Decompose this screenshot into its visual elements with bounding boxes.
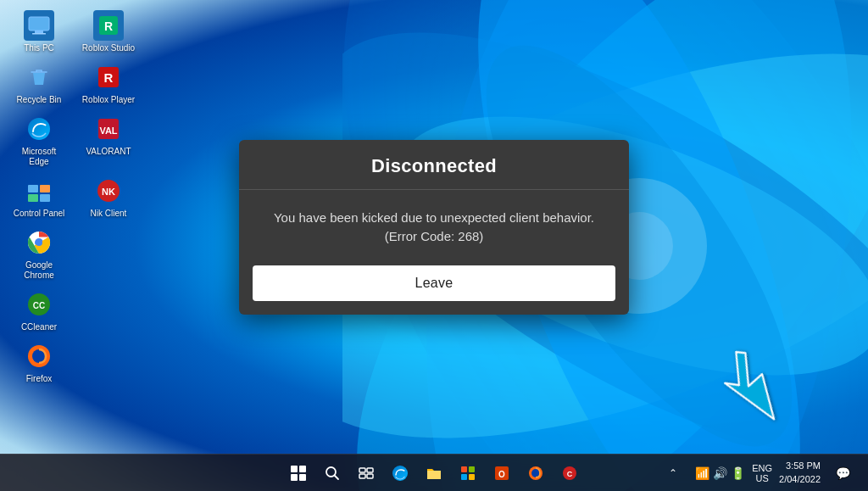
taskbar-clock[interactable]: 3:58 PM 2/04/2022	[779, 460, 821, 486]
taskbar-ccleaner-icon[interactable]: C	[554, 458, 585, 488]
volume-icon[interactable]: 🔊	[713, 466, 727, 480]
svg-rect-37	[299, 474, 306, 481]
taskbar-edge-icon[interactable]	[385, 458, 415, 488]
taskbar-store-icon[interactable]	[453, 458, 483, 488]
svg-rect-45	[461, 466, 467, 472]
taskbar-date-display: 2/04/2022	[779, 473, 821, 486]
taskbar-tray-chevron[interactable]: ⌃	[658, 458, 688, 488]
taskbar-center-icons: O C	[283, 458, 585, 488]
taskbar-search-button[interactable]	[317, 458, 348, 488]
taskbar: O C ⌃ 📶 🔊 🔋 ENG US 3:58 PM 2/04/2022 💬	[0, 454, 868, 491]
taskbar-taskview-button[interactable]	[351, 458, 381, 488]
dialog-footer: Leave	[239, 265, 629, 315]
dialog-header: Disconnected	[239, 140, 629, 190]
svg-rect-35	[299, 466, 306, 472]
network-icon[interactable]: 📶	[695, 466, 709, 480]
svg-rect-40	[359, 468, 365, 472]
taskbar-firefox-icon[interactable]	[520, 458, 551, 488]
taskbar-notification-icon[interactable]: 💬	[827, 458, 858, 488]
svg-rect-42	[359, 474, 365, 478]
cursor-arrow	[703, 334, 787, 436]
svg-rect-47	[461, 474, 467, 480]
dialog-body: You have been kicked due to unexpected c…	[239, 190, 629, 265]
svg-text:O: O	[498, 470, 505, 479]
taskbar-time-display: 3:58 PM	[779, 460, 821, 472]
battery-icon[interactable]: 🔋	[731, 466, 745, 480]
disconnected-dialog: Disconnected You have been kicked due to…	[239, 140, 629, 315]
svg-rect-48	[469, 474, 475, 480]
svg-line-39	[335, 475, 339, 479]
leave-button[interactable]: Leave	[253, 265, 615, 301]
dialog-title: Disconnected	[371, 155, 497, 176]
svg-rect-36	[291, 474, 298, 481]
taskbar-explorer-icon[interactable]	[419, 458, 449, 488]
dialog-message: You have been kicked due to unexpected c…	[266, 209, 602, 247]
svg-rect-41	[367, 468, 373, 472]
taskbar-language[interactable]: ENG US	[752, 463, 772, 483]
svg-rect-43	[367, 474, 373, 478]
dialog-overlay: Disconnected You have been kicked due to…	[0, 0, 868, 491]
taskbar-right-area: ⌃ 📶 🔊 🔋 ENG US 3:58 PM 2/04/2022 💬	[658, 458, 858, 488]
taskbar-office-icon[interactable]: O	[487, 458, 517, 488]
taskbar-start-button[interactable]	[283, 458, 314, 488]
taskbar-sys-icons: 📶 🔊 🔋	[695, 466, 745, 480]
svg-rect-46	[469, 466, 475, 472]
svg-text:C: C	[567, 470, 573, 478]
svg-point-44	[392, 466, 408, 481]
svg-rect-34	[291, 466, 298, 472]
